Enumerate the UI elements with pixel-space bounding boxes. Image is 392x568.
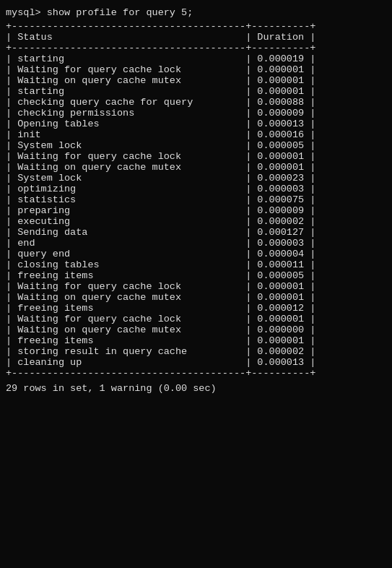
table-row: | starting | 0.000001 |	[6, 86, 386, 97]
table-row: | query end | 0.000004 |	[6, 249, 386, 259]
table-row: | freeing items | 0.000012 |	[6, 303, 386, 314]
prompt-line: mysql> show profile for query 5;	[6, 7, 386, 18]
mid-divider: +---------------------------------------…	[6, 43, 386, 53]
header-row: | Status | Duration |	[6, 32, 386, 43]
bottom-divider: +---------------------------------------…	[6, 368, 386, 379]
table-row: | preparing | 0.000009 |	[6, 205, 386, 216]
table-row: | Opening tables | 0.000013 |	[6, 119, 386, 129]
table-row: | executing | 0.000002 |	[6, 216, 386, 227]
table-row: | freeing items | 0.000005 |	[6, 270, 386, 281]
table-row: | Waiting for query cache lock | 0.00000…	[6, 281, 386, 292]
table-row: | Waiting for query cache lock | 0.00000…	[6, 64, 386, 75]
table-row: | Sending data | 0.000127 |	[6, 227, 386, 238]
table-row: | statistics | 0.000075 |	[6, 194, 386, 205]
table-row: | Waiting on query cache mutex | 0.00000…	[6, 75, 386, 86]
table-body: | starting | 0.000019 || Waiting for que…	[6, 53, 386, 368]
table-row: | init | 0.000016 |	[6, 129, 386, 140]
table-row: | checking permissions | 0.000009 |	[6, 108, 386, 119]
table-row: | checking query cache for query | 0.000…	[6, 97, 386, 108]
table-row: | Waiting on query cache mutex | 0.00000…	[6, 162, 386, 173]
table-row: | starting | 0.000019 |	[6, 53, 386, 64]
table-row: | optimizing | 0.000003 |	[6, 184, 386, 194]
table-row: | Waiting on query cache mutex | 0.00000…	[6, 324, 386, 335]
table-row: | Waiting on query cache mutex | 0.00000…	[6, 292, 386, 303]
table-row: | closing tables | 0.000011 |	[6, 259, 386, 270]
table-row: | Waiting for query cache lock | 0.00000…	[6, 314, 386, 324]
terminal: mysql> show profile for query 5; +------…	[6, 7, 386, 394]
footer-line: 29 rows in set, 1 warning (0.00 sec)	[6, 383, 386, 394]
table-row: | System lock | 0.000005 |	[6, 140, 386, 151]
table-row: | storing result in query cache | 0.0000…	[6, 346, 386, 357]
table-row: | Waiting for query cache lock | 0.00000…	[6, 151, 386, 162]
table-row: | freeing items | 0.000001 |	[6, 335, 386, 346]
table-row: | end | 0.000003 |	[6, 238, 386, 249]
table-row: | System lock | 0.000023 |	[6, 173, 386, 184]
top-divider: +---------------------------------------…	[6, 21, 386, 32]
table-row: | cleaning up | 0.000013 |	[6, 357, 386, 368]
